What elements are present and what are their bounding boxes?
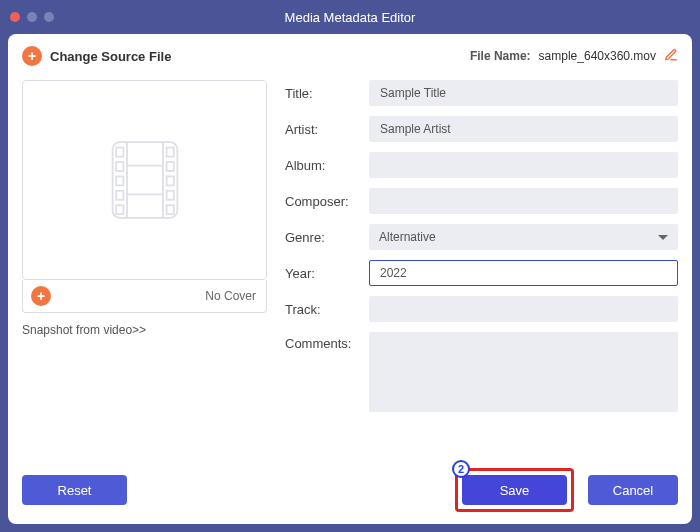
save-button[interactable]: Save: [462, 475, 567, 505]
composer-input[interactable]: [369, 188, 678, 214]
callout-badge-2: 2: [452, 460, 470, 478]
genre-select[interactable]: Alternative: [369, 224, 678, 250]
metadata-form: Title: Artist: Album: Composer: Genre:: [285, 80, 678, 456]
svg-rect-0: [112, 142, 177, 218]
artist-row: Artist:: [285, 116, 678, 142]
svg-rect-12: [166, 176, 173, 185]
window-title: Media Metadata Editor: [0, 10, 700, 25]
genre-label: Genre:: [285, 230, 359, 245]
svg-rect-13: [166, 191, 173, 200]
composer-label: Composer:: [285, 194, 359, 209]
minimize-window-button[interactable]: [27, 12, 37, 22]
svg-rect-8: [116, 191, 123, 200]
artist-input[interactable]: [369, 116, 678, 142]
filename-value: sample_640x360.mov: [539, 49, 656, 63]
filename-area: File Name: sample_640x360.mov: [470, 48, 678, 65]
right-buttons: 2 Save Cancel: [455, 468, 678, 512]
svg-rect-9: [116, 205, 123, 214]
title-row: Title:: [285, 80, 678, 106]
svg-rect-14: [166, 205, 173, 214]
snapshot-from-video-link[interactable]: Snapshot from video>>: [22, 323, 267, 337]
svg-rect-6: [116, 162, 123, 171]
cover-column: + No Cover Snapshot from video>>: [22, 80, 267, 456]
buttonbar: Reset 2 Save Cancel: [22, 468, 678, 512]
title-input[interactable]: [369, 80, 678, 106]
track-row: Track:: [285, 296, 678, 322]
maximize-window-button[interactable]: [44, 12, 54, 22]
year-label: Year:: [285, 266, 359, 281]
close-window-button[interactable]: [10, 12, 20, 22]
genre-selected-value: Alternative: [379, 230, 436, 244]
svg-rect-7: [116, 176, 123, 185]
genre-row: Genre: Alternative: [285, 224, 678, 250]
title-label: Title:: [285, 86, 359, 101]
album-input[interactable]: [369, 152, 678, 178]
change-source-file-button[interactable]: + Change Source File: [22, 46, 171, 66]
cover-box: [22, 80, 267, 280]
edit-filename-icon[interactable]: [664, 48, 678, 65]
comments-input[interactable]: [369, 332, 678, 412]
svg-rect-11: [166, 162, 173, 171]
filmstrip-icon: [100, 135, 190, 225]
main-row: + No Cover Snapshot from video>> Title: …: [22, 80, 678, 456]
track-label: Track:: [285, 302, 359, 317]
svg-rect-10: [166, 148, 173, 157]
change-source-file-label: Change Source File: [50, 49, 171, 64]
titlebar: Media Metadata Editor: [0, 0, 700, 34]
add-cover-button[interactable]: +: [31, 286, 51, 306]
filename-label: File Name:: [470, 49, 531, 63]
track-input[interactable]: [369, 296, 678, 322]
chevron-down-icon: [658, 235, 668, 240]
year-row: Year:: [285, 260, 678, 286]
cancel-button[interactable]: Cancel: [588, 475, 678, 505]
add-cover-row: + No Cover: [22, 280, 267, 313]
artist-label: Artist:: [285, 122, 359, 137]
composer-row: Composer:: [285, 188, 678, 214]
comments-row: Comments:: [285, 332, 678, 412]
no-cover-label: No Cover: [205, 289, 256, 303]
topbar: + Change Source File File Name: sample_6…: [22, 46, 678, 66]
plus-icon: +: [22, 46, 42, 66]
reset-button[interactable]: Reset: [22, 475, 127, 505]
svg-rect-5: [116, 148, 123, 157]
album-label: Album:: [285, 158, 359, 173]
window-controls: [10, 12, 54, 22]
main-panel: + Change Source File File Name: sample_6…: [8, 34, 692, 524]
comments-label: Comments:: [285, 332, 359, 351]
year-input[interactable]: [369, 260, 678, 286]
workspace: + Change Source File File Name: sample_6…: [0, 34, 700, 532]
save-highlight-annotation: 2 Save: [455, 468, 574, 512]
album-row: Album:: [285, 152, 678, 178]
